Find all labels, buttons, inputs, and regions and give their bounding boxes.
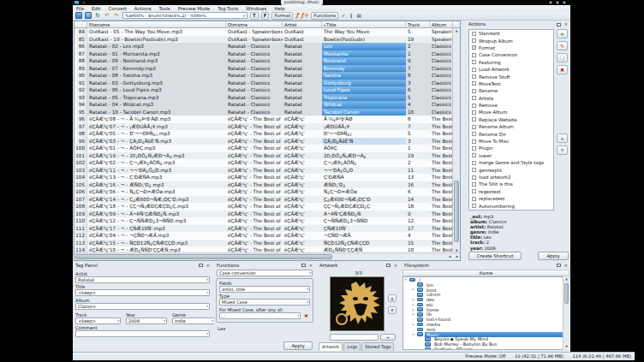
- cell-album[interactable]: The Best of .: [430, 138, 453, 145]
- cell-album[interactable]: Classics: [430, 80, 453, 87]
- action-checkbox[interactable]: [472, 96, 476, 100]
- cell-album[interactable]: Classics: [430, 101, 453, 109]
- functions-button[interactable]: Functions: [311, 12, 338, 20]
- format-button[interactable]: Format: [271, 12, 293, 20]
- expander-icon[interactable]: ▸: [411, 303, 415, 306]
- table-row[interactable]: 100 éÇÅÆ¹ç'01 - ¬ - ÀÕÞÇ.mp3 éÇÅÆ¹ç' - T…: [75, 145, 453, 152]
- action-checkbox[interactable]: [472, 74, 476, 79]
- column-header-album[interactable]: Album: [430, 21, 453, 28]
- action-item[interactable]: Standard: [469, 30, 553, 37]
- cell-artist[interactable]: éÇÅÆ¹ç': [283, 145, 322, 152]
- create-shortcut-button[interactable]: Create Shortcut: [468, 252, 522, 260]
- table-row[interactable]: 113 éÇÅÆ¹ç'15 - ¬ - ÑÇÐ12Ñ¿ÇÑÆÇÇÐ.mp3 éÇ…: [75, 240, 453, 247]
- table-row[interactable]: 84 OutKast - 05 - The Way You Move.mp3 O…: [75, 28, 453, 36]
- previous-cover-button[interactable]: ▲: [388, 294, 397, 302]
- cell-artist[interactable]: éÇÅÆ¹ç': [283, 196, 322, 204]
- cell-album[interactable]: The Best of .: [430, 174, 453, 181]
- cell-album[interactable]: The Best of .: [430, 145, 453, 152]
- cell-track[interactable]: 11: [406, 167, 430, 175]
- table-row[interactable]: 97 éÇÅÆ¹ç'07 - ¬ - ¡ÆÐÙÄÅ¡¥.mp3 éÇÅÆ¹ç' …: [75, 123, 453, 131]
- expander-icon[interactable]: ▸: [411, 308, 415, 312]
- scroll-up-icon[interactable]: ▲: [564, 276, 569, 282]
- table-row[interactable]: 105 éÇÅÆ¹ç'16 - ¬ - ÆÑÐ¡'Ð¿.mp3 éÇÅÆ¹ç' …: [75, 181, 453, 189]
- table-row[interactable]: 103 éÇÅÆ¹ç'11 - ¬ - ¬¬'ÐÀ¿Õ¿Ð.mp3 éÇÅÆ¹ç…: [75, 167, 453, 175]
- cell-dirname[interactable]: Ratatat - Classics: [226, 65, 283, 73]
- cell-title[interactable]: Nostrand: [322, 57, 406, 65]
- close-panel-icon[interactable]: ×: [564, 264, 568, 268]
- cell-album[interactable]: Classics: [430, 50, 453, 58]
- add-folder-icon[interactable]: [75, 12, 82, 19]
- type-combobox[interactable]: Mixed Case: [219, 299, 310, 306]
- cell-dirname[interactable]: éÇÅÆ¹ç' - The Best of: [226, 217, 283, 225]
- cell-artist[interactable]: éÇÅÆ¹ç': [283, 167, 322, 175]
- cell-title[interactable]: ¡ÆÐÙÄÅ¡¥: [322, 123, 406, 131]
- album-cover-image[interactable]: [330, 276, 385, 331]
- cell-title[interactable]: Wildcat: [322, 101, 406, 109]
- cell-dirname[interactable]: éÇÅÆ¹ç' - The Best of: [226, 232, 283, 240]
- cell-album[interactable]: Classics: [430, 109, 453, 116]
- cell-artist[interactable]: éÇÅÆ¹ç': [283, 116, 322, 123]
- cell-track[interactable]: 5: [406, 28, 430, 36]
- cell-track[interactable]: 4: [406, 101, 430, 109]
- cell-track[interactable]: 4: [406, 232, 430, 240]
- cell-filename[interactable]: éÇÅÆ¹ç'03 - ¬ - ÇÀ¡Ð¿ÄõÉ'Ñ.mp3: [87, 138, 226, 145]
- action-item[interactable]: Autonumbering: [469, 202, 553, 209]
- close-button[interactable]: [563, 1, 566, 4]
- action-checkbox[interactable]: [472, 89, 476, 93]
- cell-dirname[interactable]: éÇÅÆ¹ç' - The Best of: [226, 138, 283, 145]
- cell-title[interactable]: ¬ÇÑÐ¬ÆÅ: [322, 232, 406, 240]
- track-combobox[interactable]: <keep>: [75, 317, 121, 324]
- move-up-button[interactable]: ▲: [557, 134, 568, 143]
- minimize-button[interactable]: [549, 1, 552, 4]
- cell-track[interactable]: 14: [406, 196, 430, 204]
- cell-album[interactable]: The Best of .: [430, 217, 453, 225]
- cell-title[interactable]: Lex: [322, 43, 406, 50]
- scroll-up-icon[interactable]: ▲: [453, 28, 460, 34]
- action-item[interactable]: Replace Website: [469, 116, 553, 123]
- copy-action-button[interactable]: ❏: [557, 53, 568, 62]
- expander-icon[interactable]: ▸: [411, 288, 415, 291]
- pattern-combobox[interactable]: %artist% - $num(%track%,2) - %title%▾: [122, 12, 247, 19]
- cell-filename[interactable]: éÇÅÆ¹ç'07 - ¬ - ¡ÆÐÙÄÅ¡¥.mp3: [87, 123, 226, 131]
- cell-track[interactable]: 13: [406, 174, 430, 181]
- year-combobox[interactable]: 2006: [126, 317, 167, 324]
- scroll-left-icon[interactable]: ◀: [446, 254, 453, 259]
- redo-icon[interactable]: ↷: [113, 12, 120, 19]
- action-checkbox[interactable]: [472, 68, 476, 72]
- column-header-dirname[interactable]: Dirname: [226, 21, 283, 28]
- cell-track[interactable]: 3: [406, 138, 430, 145]
- scrollbar-thumb[interactable]: [564, 283, 569, 304]
- genre-combobox[interactable]: Indie: [172, 317, 215, 324]
- filesystem-scrollbar[interactable]: ▲ ▼: [563, 276, 569, 350]
- cell-dirname[interactable]: éÇÅÆ¹ç' - The Best of: [226, 196, 283, 204]
- tag-to-filename-button[interactable]: T: [250, 12, 259, 20]
- cell-title[interactable]: The Way You Move: [322, 28, 406, 36]
- table-row[interactable]: 96 éÇÅÆ¹ç'08 - ¬ - Ä·¼¿Þ¹ð'ÂØ.mp3 éÇÅÆ¹ç…: [75, 116, 453, 123]
- undo-icon[interactable]: ↶: [104, 12, 110, 19]
- action-checkbox[interactable]: [472, 168, 476, 172]
- tree-item-label[interactable]: /: [417, 277, 422, 282]
- cell-filename[interactable]: éÇÅÆ¹ç'16 - ¬ - ÆÑÐ¡'Ð¿.mp3: [87, 181, 226, 189]
- comment-combobox[interactable]: [75, 330, 210, 337]
- action-item[interactable]: Rename Dir: [469, 130, 553, 137]
- cell-track[interactable]: 2: [406, 159, 430, 167]
- cell-dirname[interactable]: Ratatat - Classics: [226, 57, 283, 65]
- cell-title[interactable]: Ñ¿Ç¬Ð=ÆÕø: [322, 188, 406, 196]
- cell-dirname[interactable]: OutKast - Speakerboxxx: [226, 28, 283, 36]
- cell-artist[interactable]: Ratatat: [283, 57, 322, 65]
- cell-filename[interactable]: Ratatat - 05 - Tropicana.mp3: [87, 94, 226, 102]
- table-row[interactable]: 91 Ratatat - 03 - Gettysburg.mp3 Ratatat…: [75, 80, 453, 87]
- function-plus-icon[interactable]: ƒ+: [301, 12, 308, 19]
- apply-function-button[interactable]: Apply: [283, 341, 313, 350]
- action-item[interactable]: replacetest: [469, 195, 553, 202]
- table-vertical-scrollbar[interactable]: ▲ ▼: [452, 28, 460, 254]
- tree-item-label[interactable]: OutKast - ATLiens: [432, 347, 474, 350]
- cell-filename[interactable]: éÇÅÆ¹ç'15 - ¬ - ÑÇÐ12Ñ¿ÇÑÆÇÇÐ.mp3: [87, 240, 226, 247]
- cell-dirname[interactable]: éÇÅÆ¹ç' - The Best of: [226, 203, 283, 211]
- action-item[interactable]: Featuring: [469, 59, 553, 66]
- table-row[interactable]: 93 Ratatat - 05 - Tropicana.mp3 Ratatat …: [75, 94, 453, 102]
- tree-item[interactable]: OutKast - ATLiens: [419, 347, 569, 350]
- cell-title[interactable]: Montanita: [322, 50, 406, 58]
- cell-dirname[interactable]: OutKast - Speakerboxxx: [226, 36, 283, 44]
- cell-filename[interactable]: éÇÅÆ¹ç'09 - ¬ - À¬ÞÑ'ÇÆÑÐ¿Ñ.mp3: [87, 211, 226, 218]
